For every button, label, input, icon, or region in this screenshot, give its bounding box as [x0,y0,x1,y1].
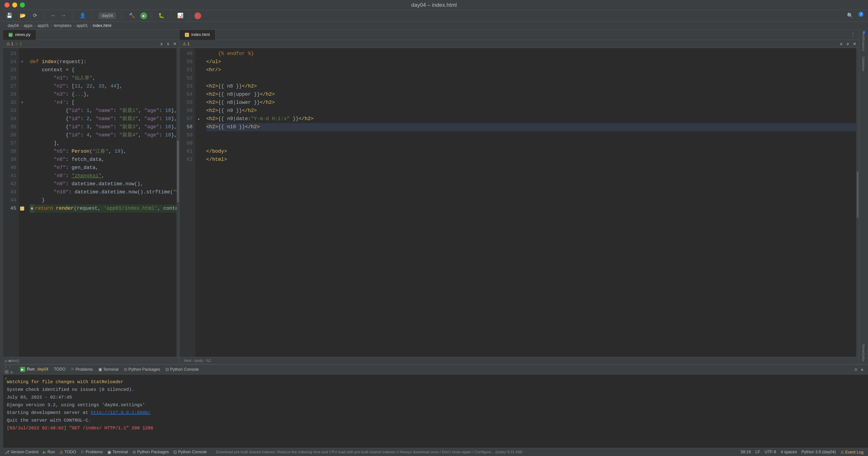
breadcrumb-item-day04[interactable]: day04 [8,23,19,28]
status-indent: 4 spaces [781,450,797,455]
code-line-41: 'n8': "zhangkai", [30,172,177,180]
gutter-25 [19,66,25,74]
right-scroll-thumb[interactable] [857,171,859,218]
bottom-tab-terminal[interactable]: ▣ Terminal [98,365,119,375]
bottom-expand-btn[interactable]: ▲ [861,367,864,372]
status-terminal[interactable]: ▣ Terminal [107,450,128,455]
user-avatar[interactable]: J [859,12,864,17]
build-button[interactable]: 🔨 [127,12,137,20]
right-editor-panel: h index.html ⋮ ⚠ 1 ∧ ∨ ✕ 49 [180,30,859,364]
toolbar-divider6 [170,12,171,19]
left-panel-toggle[interactable] [0,0,3,456]
tab-index-html[interactable]: h index.html [180,30,215,40]
back-button[interactable]: ← [50,12,57,20]
left-nav-up[interactable]: ∧ [160,41,163,46]
bottom-tab-python-console[interactable]: ⊡ Python Console [165,365,199,375]
run-down-btn[interactable]: ↑ [9,364,11,369]
bottom-run-config-name: day04 [37,367,49,372]
tab-index-html-label: index.html [191,32,210,37]
bottom-tab-problems[interactable]: ⚐ Problems [71,365,93,375]
open-button[interactable]: 📂 [18,12,28,20]
version-control-label: Version Control [11,450,38,454]
right-scrollbar[interactable] [856,48,859,357]
status-todo[interactable]: ⚠ TODO [59,450,76,455]
status-python-console[interactable]: ⊡ Python Console [174,450,207,455]
minimize-button[interactable] [12,2,17,7]
status-bar-right: 58:19 LF UTF-8 4 spaces Python 3.9 (day0… [741,450,864,455]
code-line-r49: {% endfor %} [206,50,856,58]
search-button[interactable]: 🔍 [845,12,855,20]
bottom-settings-btn[interactable]: ⚙ [855,367,857,372]
bottom-tab-todo[interactable]: TODO [54,365,66,375]
code-line-r60 [206,139,856,147]
stop-button[interactable] [194,12,201,19]
status-event-log[interactable]: ⚠ Event Log [840,450,864,455]
right-warning-icon: ⚠ 1 [183,41,190,46]
left-scroll-thumb[interactable] [177,141,179,202]
left-close-info[interactable]: ✕ [173,41,177,46]
gutter-r60 [195,139,202,147]
save-button[interactable]: 💾 [4,12,14,20]
database-panel-toggle[interactable]: Database [862,54,866,74]
right-nav-down[interactable]: ∨ [846,41,849,46]
toolbar-divider4 [121,12,122,19]
right-code-content[interactable]: {% endfor %} </ul> <hr/> <h2>{{ n8 }}</h… [202,48,856,357]
user-button[interactable]: 👤 [78,12,88,20]
left-code-area: 23 24 25 26 27 28 32 33 34 35 36 37 38 3… [3,48,179,357]
right-editor-info-bar: ⚠ 1 ∧ ∨ ✕ [180,40,859,48]
status-run[interactable]: ▶ Run [43,450,55,455]
tab-views-py[interactable]: py views.py [3,30,36,40]
status-lf: LF [755,450,760,455]
run-status-icon: ▶ [43,450,46,455]
run-console-btn[interactable]: ≡ [4,370,8,374]
run-stop-btn[interactable]: ▲ [9,359,11,364]
tab-views-py-label: views.py [15,32,31,37]
maximize-button[interactable] [20,2,25,7]
status-problems[interactable]: ⚐ Problems [81,450,103,455]
notifications-panel-toggle[interactable]: Notifications [862,30,866,54]
gutter-r59 [195,131,202,139]
bookmark-icon [20,206,24,210]
run-restart-btn[interactable]: ↺ [4,359,7,364]
status-version-control[interactable]: ⎇ Version Control [4,450,38,455]
right-close-info[interactable]: ✕ [853,41,856,46]
breadcrumb-item-apps[interactable]: apps [24,23,33,28]
version-control-icon: ⎇ [4,450,9,455]
left-nav-down[interactable]: ∨ [166,41,169,46]
coverage-button[interactable]: 📊 [176,12,185,20]
right-nav-up[interactable]: ∧ [840,41,843,46]
right-tab-bar: h index.html ⋮ [180,30,859,40]
close-button[interactable] [4,2,9,7]
code-line-r51: <hr/> [206,66,856,74]
breadcrumb-item-app01[interactable]: app01 [37,23,49,28]
left-code-content[interactable]: def index(request): context = { "n1": "仙… [25,48,177,357]
run-line-7: [03/Jul/2022 02:48:02] "GET /index/ HTTP… [7,424,861,432]
gutter-34 [19,115,25,123]
run-clear-btn[interactable]: ↓ [4,364,7,369]
gutter-r52 [195,74,202,82]
code-line-r56: <h2>{{ n9 }}</h2> [206,107,856,115]
server-url-link[interactable]: http://127.0.0.1:8000/ [91,410,151,415]
run-config[interactable]: day04 [98,12,116,19]
breadcrumb-item-indexhtml[interactable]: index.html [93,23,111,28]
run-button[interactable]: ▶ [141,12,147,19]
left-editor-info-bar: ⚠ 1 ✓ 1 ∧ ∨ ✕ [3,40,179,48]
sync-button[interactable]: ⟳ [31,12,39,20]
sonarqube-panel-toggle[interactable]: SonarQube [862,341,866,364]
debug-button[interactable]: 🐛 [156,12,166,20]
run-pin-btn[interactable]: ⊕ [10,370,13,375]
editor-split-view: Structure Bookmarks py views.py ⚠ 1 ✓ 1 … [0,30,868,364]
bottom-tab-python-packages[interactable]: ⊙ Python Packages [124,365,160,375]
breadcrumb-item-templates[interactable]: templates [54,23,71,28]
bottom-tab-run[interactable]: ▶ Run: day04 [20,365,49,375]
code-line-r54: <h2>{{ n8|upper }}</h2> [206,90,856,98]
breadcrumb-item-app01-2[interactable]: app01 [76,23,88,28]
forward-button[interactable]: → [60,12,67,20]
status-python-version[interactable]: Python 3.9 (day04) [802,450,836,455]
left-tab-bar: py views.py [3,30,179,40]
gutter-41 [19,172,25,180]
status-python-packages[interactable]: ⊙ Python Packages [132,450,169,455]
tab-bar-dots[interactable]: ⋮ [847,32,859,38]
left-scrollbar[interactable] [177,48,179,357]
gutter-38 [19,147,25,155]
